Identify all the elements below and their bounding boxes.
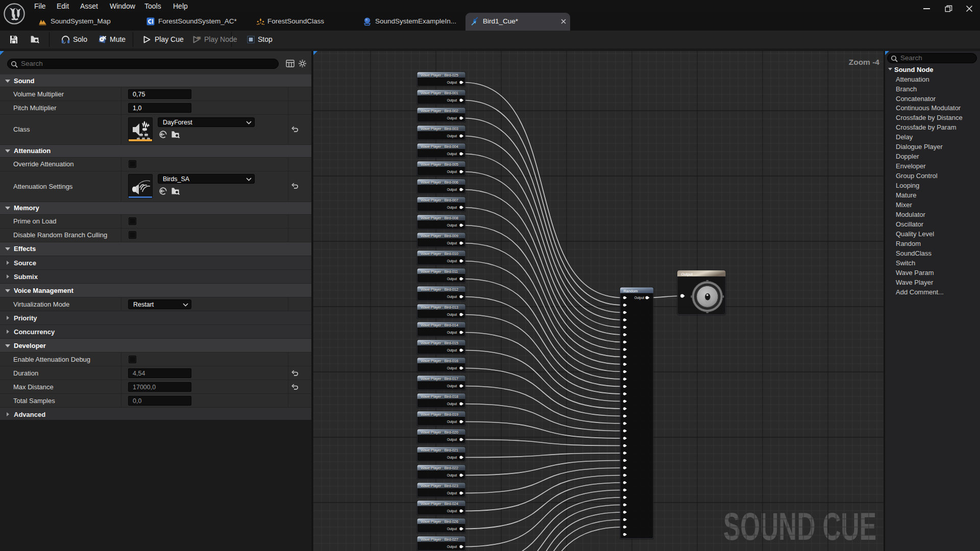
svg-text:Wave Player : Bird-012: Wave Player : Bird-012 [421, 287, 458, 292]
svg-text:Wave Player : Bird-011: Wave Player : Bird-011 [421, 269, 458, 274]
svg-text:Output: Output [447, 295, 457, 299]
svg-text:Wave Player : Bird-019: Wave Player : Bird-019 [421, 412, 458, 417]
svg-text:Output: Output [447, 241, 457, 245]
svg-text:Wave Player : Bird-025: Wave Player : Bird-025 [421, 73, 458, 78]
svg-text:Output: Output [447, 116, 457, 120]
svg-text:Wave Player : Bird-002: Wave Player : Bird-002 [421, 109, 458, 113]
svg-text:Output: Output [447, 527, 457, 531]
svg-text:Wave Player : Bird-009: Wave Player : Bird-009 [421, 234, 458, 238]
svg-text:Wave Player : Bird-006: Wave Player : Bird-006 [421, 180, 458, 185]
svg-text:Output: Output [447, 473, 457, 478]
svg-text:Zoom -4: Zoom -4 [849, 58, 880, 66]
svg-text:Wave Player : Bird-003: Wave Player : Bird-003 [421, 127, 458, 131]
svg-text:Wave Player : Bird-027: Wave Player : Bird-027 [421, 537, 458, 542]
svg-text:Output: Output [447, 277, 457, 281]
svg-text:Output: Output [447, 366, 457, 370]
svg-text:Output: Output [447, 313, 457, 317]
svg-text:Wave Player : Bird-007: Wave Player : Bird-007 [421, 198, 458, 203]
svg-text:Wave Player : Bird-013: Wave Player : Bird-013 [421, 305, 458, 310]
svg-text:Output: Output [447, 152, 457, 156]
svg-text:Wave Player : Bird-021: Wave Player : Bird-021 [421, 448, 458, 453]
svg-text:Output: Output [447, 491, 457, 495]
svg-text:Wave Player : Bird-026: Wave Player : Bird-026 [421, 519, 458, 524]
svg-text:Output: Output [447, 456, 457, 460]
svg-text:Wave Player : Bird-004: Wave Player : Bird-004 [421, 144, 458, 149]
svg-text:Output: Output [447, 545, 457, 549]
svg-text:Wave Player : Bird-016: Wave Player : Bird-016 [421, 359, 458, 363]
svg-text:Output: Output [447, 134, 457, 138]
svg-text:Wave Player : Bird-010: Wave Player : Bird-010 [421, 252, 458, 256]
svg-text:Output: Output [634, 296, 644, 300]
svg-text:Wave Player : Bird-001: Wave Player : Bird-001 [421, 91, 458, 95]
svg-text:Output: Output [447, 170, 457, 174]
svg-text:Output: Output [447, 509, 457, 513]
svg-text:Random: Random [624, 289, 638, 293]
svg-text:Output: Output [447, 81, 457, 85]
svg-text:Wave Player : Bird-015: Wave Player : Bird-015 [421, 341, 458, 345]
svg-text:Output: Output [447, 420, 457, 424]
svg-text:Output: Output [447, 98, 457, 103]
svg-text:Output: Output [447, 188, 457, 192]
svg-text:Output: Output [447, 223, 457, 228]
svg-text:Output: Output [447, 402, 457, 406]
svg-text:Output: Output [447, 331, 457, 335]
svg-text:Wave Player : Bird-018: Wave Player : Bird-018 [421, 394, 458, 399]
svg-text:Output: Output [681, 272, 693, 277]
svg-text:Output: Output [447, 259, 457, 263]
svg-text:Wave Player : Bird-023: Wave Player : Bird-023 [421, 484, 458, 488]
svg-text:Wave Player : Bird-020: Wave Player : Bird-020 [421, 430, 458, 435]
svg-text:Wave Player : Bird-022: Wave Player : Bird-022 [421, 466, 458, 470]
svg-text:Output: Output [447, 206, 457, 210]
svg-text:Wave Player : Bird-014: Wave Player : Bird-014 [421, 323, 458, 328]
svg-text:Wave Player : Bird-017: Wave Player : Bird-017 [421, 377, 458, 381]
svg-text:Wave Player : Bird-005: Wave Player : Bird-005 [421, 162, 458, 167]
svg-text:Wave Player : Bird-008: Wave Player : Bird-008 [421, 216, 458, 220]
svg-text:Wave Player : Bird-024: Wave Player : Bird-024 [421, 502, 458, 506]
svg-text:Output: Output [447, 384, 457, 388]
svg-text:Output: Output [447, 348, 457, 353]
svg-text:Output: Output [447, 438, 457, 442]
